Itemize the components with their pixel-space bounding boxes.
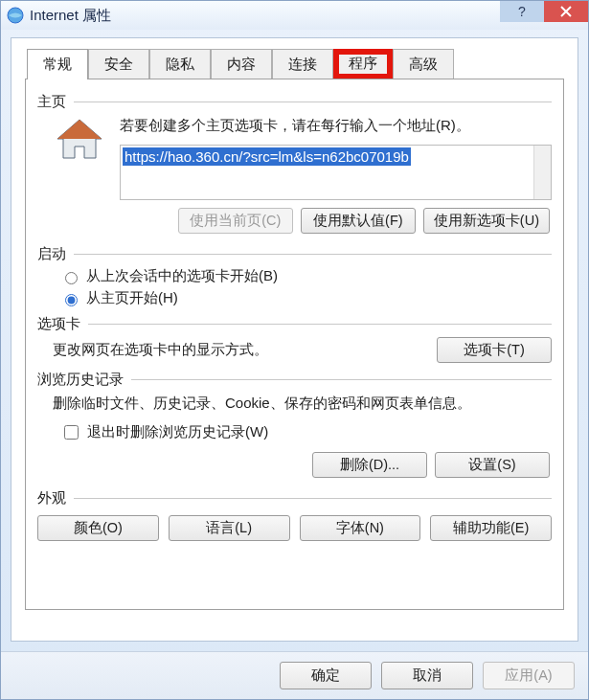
window-controls: ? xyxy=(500,1,588,22)
use-new-tab-button[interactable]: 使用新选项卡(U) xyxy=(423,208,550,234)
use-default-button[interactable]: 使用默认值(F) xyxy=(301,208,416,234)
divider xyxy=(74,498,552,499)
tab-privacy[interactable]: 隐私 xyxy=(149,49,211,79)
group-tabs-label: 选项卡 xyxy=(37,315,80,333)
tabs-desc: 更改网页在选项卡中的显示方式。 xyxy=(53,341,268,359)
exit-delete-checkbox[interactable]: 退出时删除浏览历史记录(W) xyxy=(60,422,552,442)
help-button[interactable]: ? xyxy=(500,1,544,22)
group-home: 主页 xyxy=(37,93,552,111)
tab-strip: 常规 安全 隐私 内容 连接 程序 高级 xyxy=(11,48,578,79)
startup-last-session-label: 从上次会话中的选项卡开始(B) xyxy=(86,267,278,285)
tab-content[interactable]: 内容 xyxy=(211,49,272,79)
dialog-footer: 确定 取消 应用(A) xyxy=(1,651,588,699)
home-desc: 若要创建多个主页选项卡，请在每行输入一个地址(R)。 xyxy=(120,117,552,135)
tab-advanced[interactable]: 高级 xyxy=(393,49,454,79)
divider xyxy=(74,254,552,255)
ok-button[interactable]: 确定 xyxy=(280,662,372,689)
delete-button[interactable]: 删除(D)... xyxy=(312,452,427,478)
languages-button[interactable]: 语言(L) xyxy=(169,515,290,541)
group-history: 浏览历史记录 xyxy=(37,371,552,389)
group-appearance-label: 外观 xyxy=(37,489,66,508)
group-startup: 启动 xyxy=(37,245,552,263)
colors-button[interactable]: 颜色(O) xyxy=(37,515,159,541)
tab-programs[interactable]: 程序 xyxy=(333,49,393,79)
window-title: Internet 属性 xyxy=(30,7,111,25)
close-button[interactable] xyxy=(544,1,588,22)
window-frame: Internet 属性 ? 常规 安全 隐私 内容 连接 程序 高级 主页 xyxy=(0,0,589,700)
home-icon xyxy=(53,117,106,163)
tab-security[interactable]: 安全 xyxy=(88,49,149,79)
history-settings-button[interactable]: 设置(S) xyxy=(435,452,550,478)
tab-panel-general: 主页 若要创建多个主页选项卡，请在每行输入一个地址(R)。 https://ha… xyxy=(25,79,564,610)
group-tabs: 选项卡 xyxy=(37,315,552,333)
homepage-url-field[interactable]: https://hao.360.cn/?src=lm&ls=n62bc07019… xyxy=(120,145,552,200)
group-home-label: 主页 xyxy=(37,93,66,111)
group-appearance: 外观 xyxy=(37,489,552,508)
exit-delete-label: 退出时删除浏览历史记录(W) xyxy=(87,423,268,441)
scrollbar[interactable] xyxy=(533,146,551,199)
dialog-body: 常规 安全 隐私 内容 连接 程序 高级 主页 xyxy=(11,37,578,642)
divider xyxy=(88,324,552,325)
titlebar: Internet 属性 ? xyxy=(1,1,588,30)
svg-marker-2 xyxy=(57,120,102,139)
tab-general[interactable]: 常规 xyxy=(27,49,88,79)
use-current-button[interactable]: 使用当前页(C) xyxy=(178,208,293,234)
tabs-button[interactable]: 选项卡(T) xyxy=(437,337,552,363)
group-history-label: 浏览历史记录 xyxy=(37,371,124,389)
fonts-button[interactable]: 字体(N) xyxy=(300,515,421,541)
startup-home-label: 从主页开始(H) xyxy=(86,289,178,307)
accessibility-button[interactable]: 辅助功能(E) xyxy=(430,515,552,541)
homepage-url-value: https://hao.360.cn/?src=lm&ls=n62bc07019… xyxy=(123,147,411,166)
ie-options-icon xyxy=(7,7,24,24)
startup-home-radio[interactable]: 从主页开始(H) xyxy=(60,289,552,307)
history-desc: 删除临时文件、历史记录、Cookie、保存的密码和网页表单信息。 xyxy=(53,395,552,413)
apply-button[interactable]: 应用(A) xyxy=(483,662,575,689)
divider xyxy=(74,102,552,102)
cancel-button[interactable]: 取消 xyxy=(381,662,473,689)
group-startup-label: 启动 xyxy=(37,245,66,263)
tab-connections[interactable]: 连接 xyxy=(272,49,333,79)
divider xyxy=(131,379,552,380)
startup-last-session-radio[interactable]: 从上次会话中的选项卡开始(B) xyxy=(60,267,552,285)
